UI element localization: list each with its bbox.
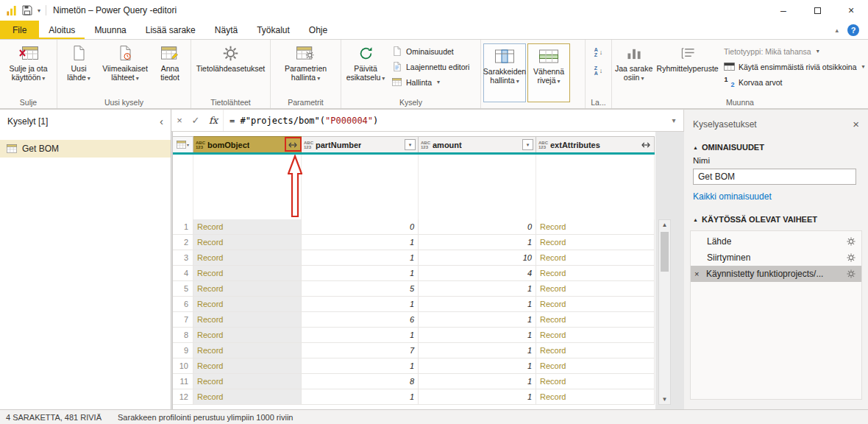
bomobject-cell[interactable]: Record — [193, 343, 302, 358]
bomobject-cell[interactable]: Record — [193, 328, 302, 343]
minimize-button[interactable]: – — [766, 0, 800, 21]
query-name-input[interactable] — [693, 169, 856, 185]
data-type-button[interactable]: Tietotyyppi: Mikä tahansa▾ — [721, 43, 867, 59]
extattributes-cell[interactable]: Record — [536, 235, 655, 250]
extattributes-cell[interactable]: Record — [536, 343, 655, 358]
applied-step-siirtyminen[interactable]: Siirtyminen — [691, 250, 861, 266]
column-header-partnumber[interactable]: ABC123 partNumber ▾ — [302, 136, 419, 152]
group-by-button[interactable]: Ryhmittelyperuste — [654, 42, 721, 73]
advanced-editor-button[interactable]: Laajennettu editori — [388, 59, 478, 74]
tab-aloitus[interactable]: Aloitus — [39, 21, 85, 39]
ribbon-group-collapsed: Sarakkeiden hallinta▾ Vähennä rivejä▾ — [481, 40, 586, 108]
extattributes-cell[interactable]: Record — [536, 328, 655, 343]
manage-columns-button[interactable]: Sarakkeiden hallinta▾ — [483, 43, 526, 102]
scroll-down-icon[interactable]: ▼ — [659, 396, 670, 403]
step-label: Lähde — [707, 236, 731, 247]
bomobject-cell[interactable]: Record — [193, 297, 302, 312]
applied-steps-section-header[interactable]: ▲ KÄYTÖSSÄ OLEVAT VAIHEET — [684, 208, 868, 227]
bomobject-cell[interactable]: Record — [193, 312, 302, 328]
formula-expand-icon[interactable]: ▾ — [664, 116, 683, 124]
tab-ohje[interactable]: Ohje — [299, 21, 337, 39]
discard-formula-icon[interactable]: × — [171, 115, 188, 126]
collapse-queries-pane-icon[interactable]: ‹ — [160, 117, 163, 126]
sort-ascending-button[interactable]: AZ ↓ — [589, 44, 608, 60]
refresh-preview-button[interactable]: Päivitä esikatselu▾ — [343, 42, 388, 83]
expand-column-button[interactable] — [640, 139, 652, 151]
collapse-ribbon-icon[interactable]: ▴ — [835, 26, 839, 34]
extattributes-cell[interactable]: Record — [536, 250, 655, 266]
extattributes-cell[interactable]: Record — [536, 358, 655, 374]
new-source-button[interactable]: Uusi lähde▾ — [59, 42, 99, 83]
save-icon[interactable] — [22, 5, 32, 15]
extattributes-cell[interactable]: Record — [536, 219, 655, 235]
help-icon[interactable]: ? — [847, 24, 859, 36]
extattributes-cell[interactable]: Record — [536, 297, 655, 312]
split-column-button[interactable]: Jaa sarake osiin▾ — [613, 42, 654, 83]
group-label-uusi-kysely: Uusi kysely — [57, 98, 191, 107]
close-and-apply-button[interactable]: Sulje ja ota käyttöön▾ — [1, 42, 55, 83]
replace-values-button[interactable]: 12 Korvaa arvot — [721, 74, 867, 90]
settings-panel-title: Kyselyasetukset — [693, 119, 757, 130]
sort-descending-button[interactable]: ZA ↓ — [589, 63, 608, 79]
advanced-editor-label: Laajennettu editori — [406, 63, 469, 71]
column-filter-button[interactable]: ▾ — [405, 139, 416, 150]
extattributes-cell[interactable]: Record — [536, 374, 655, 389]
tab-tyokalut[interactable]: Työkalut — [247, 21, 299, 39]
enter-data-button[interactable]: Anna tiedot — [152, 42, 188, 82]
reduce-rows-button[interactable]: Vähennä rivejä▾ — [527, 43, 570, 102]
bomobject-cell[interactable]: Record — [193, 219, 302, 235]
group-by-icon — [680, 44, 696, 62]
manage-button[interactable]: Hallinta▾ — [388, 74, 478, 90]
column-filter-button[interactable]: ▾ — [522, 139, 533, 150]
partnumber-cell: 5 — [302, 281, 419, 297]
tab-lisaa-sarake[interactable]: Lisää sarake — [136, 21, 205, 39]
column-header-extattributes[interactable]: ABC123 extAttributes — [536, 136, 655, 152]
extattributes-cell[interactable]: Record — [536, 389, 655, 405]
datasource-settings-button[interactable]: Tietolähdeasetukset — [193, 42, 268, 73]
bomobject-cell[interactable]: Record — [193, 389, 302, 405]
close-settings-icon[interactable]: × — [853, 118, 859, 130]
applied-step-invoked-function[interactable]: × Käynnistetty funktioprojects/... — [691, 266, 861, 282]
tab-file[interactable]: File — [0, 21, 39, 39]
commit-formula-icon[interactable]: ✓ — [188, 115, 204, 126]
step-settings-gear-icon[interactable] — [847, 269, 855, 278]
scrollbar-thumb[interactable] — [661, 232, 669, 272]
window-title: Nimetön – Power Query -editori — [53, 5, 177, 15]
quick-access-caret-icon[interactable]: ▾ — [38, 7, 40, 14]
applied-step-lahde[interactable]: Lähde — [691, 233, 861, 250]
properties-section-header[interactable]: ▲ OMINAISUUDET — [684, 136, 868, 155]
scroll-up-icon[interactable]: ▲ — [659, 222, 670, 228]
query-item-get-bom[interactable]: Get BOM — [0, 140, 171, 158]
tab-nayta[interactable]: Näytä — [205, 21, 247, 39]
amount-cell: 1 — [419, 374, 536, 389]
manage-parameters-button[interactable]: Parametrien hallinta▾ — [274, 42, 338, 83]
bomobject-cell[interactable]: Record — [193, 374, 302, 389]
maximize-button[interactable] — [800, 0, 834, 21]
bomobject-cell[interactable]: Record — [193, 281, 302, 297]
formula-input[interactable]: = #"projects/bom"("P000004") — [223, 110, 664, 131]
use-first-row-button[interactable]: Käytä ensimmäistä riviä otsikkoina▾ — [721, 59, 867, 74]
bomobject-cell[interactable]: Record — [193, 235, 302, 250]
close-button[interactable]: × — [834, 0, 868, 21]
bomobject-cell[interactable]: Record — [193, 250, 302, 266]
column-header-amount[interactable]: ABC123 amount ▾ — [419, 136, 536, 152]
tab-muunna[interactable]: Muunna — [85, 21, 135, 39]
extattributes-cell[interactable]: Record — [536, 266, 655, 281]
properties-button[interactable]: Ominaisuudet — [388, 43, 478, 59]
step-settings-gear-icon[interactable] — [847, 253, 855, 262]
column-type-icon: ABC123 — [196, 141, 205, 149]
filter-caret-icon: ▾ — [527, 142, 530, 148]
extattributes-cell[interactable]: Record — [536, 312, 655, 328]
vertical-scrollbar[interactable]: ▲ ▼ — [658, 219, 671, 405]
bomobject-cell[interactable]: Record — [193, 266, 302, 281]
bomobject-cell[interactable]: Record — [193, 358, 302, 374]
column-type-icon: ABC123 — [304, 141, 313, 149]
group-label-lajittele: La... — [586, 98, 611, 107]
step-settings-gear-icon[interactable] — [847, 237, 855, 246]
delete-step-icon[interactable]: × — [694, 269, 705, 278]
extattributes-cell[interactable]: Record — [536, 281, 655, 297]
select-all-corner[interactable]: ▾ — [173, 136, 193, 152]
table-corner-icon — [177, 141, 186, 149]
recent-sources-button[interactable]: Viimeaikaiset lähteet▾ — [99, 42, 152, 83]
all-properties-link[interactable]: Kaikki ominaisuudet — [684, 185, 868, 208]
